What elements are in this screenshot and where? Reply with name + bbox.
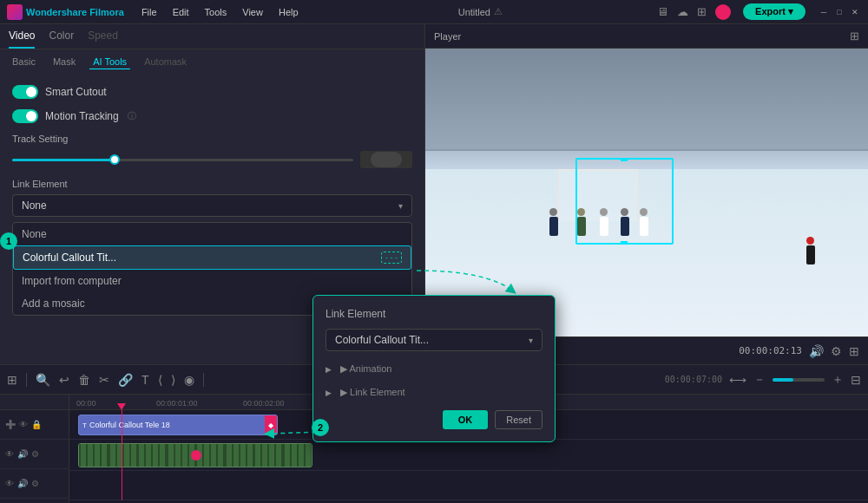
monitor-icon[interactable]: 🖥 <box>657 5 668 18</box>
tab-speed[interactable]: Speed <box>88 29 118 49</box>
link-dialog-section-2-header[interactable]: ▶ ▶ Link Element <box>326 383 542 402</box>
tracking-box <box>575 158 673 245</box>
close-button[interactable]: ✕ <box>849 6 861 18</box>
reset-button[interactable]: Reset <box>495 410 542 429</box>
project-title: Untitled <box>458 7 490 17</box>
player-icons: ⊞ <box>850 29 859 42</box>
sub-tab-basic[interactable]: Basic <box>9 55 39 69</box>
track-icon-lock[interactable]: 🔒 <box>31 420 42 429</box>
fullscreen-icon[interactable]: ⊞ <box>850 29 859 42</box>
track3-icon-eye[interactable]: 👁 <box>5 479 14 488</box>
menu-view[interactable]: View <box>237 5 268 19</box>
clip-end-icon: ◆ <box>268 421 273 429</box>
link-element-label: Link Element <box>12 179 412 189</box>
link-dialog: Link Element Colorful Callout Tit... ▾ ▶… <box>312 295 556 442</box>
frame-2 <box>108 444 138 467</box>
tool-zoom-out-icon[interactable]: － <box>753 372 766 388</box>
frame-3 <box>137 444 167 467</box>
motion-tracking-toggle[interactable] <box>12 109 38 123</box>
track-labels: ➕ 👁 🔒 👁 🔊 ⚙ 👁 🔊 ⚙ <box>0 395 69 503</box>
cloud-icon[interactable]: ☁ <box>677 5 688 18</box>
sub-tab-mask[interactable]: Mask <box>49 55 79 69</box>
user-avatar[interactable] <box>715 4 731 20</box>
track-row-3 <box>69 471 868 500</box>
motion-tracking-info-icon: ⓘ <box>128 110 136 122</box>
track-toggle[interactable] <box>360 151 412 168</box>
track-icon-eye[interactable]: 👁 <box>19 420 28 429</box>
title-area: Untitled ⚠ <box>458 6 503 17</box>
track2-icon-eye[interactable]: 👁 <box>5 449 14 459</box>
section2-label: ▶ Link Element <box>340 387 405 398</box>
track2-icon-mute[interactable]: 🔊 <box>17 449 28 459</box>
tool-sep-1 <box>26 373 27 387</box>
tab-video[interactable]: Video <box>9 29 35 49</box>
dropdown-option-none[interactable]: None <box>13 223 411 245</box>
ok-button[interactable]: OK <box>443 410 489 429</box>
link-dialog-dropdown[interactable]: Colorful Callout Tit... ▾ <box>326 329 542 351</box>
tool-text-icon[interactable]: T <box>141 373 149 387</box>
track2-icon-gear[interactable]: ⚙ <box>31 449 39 459</box>
title-clip[interactable]: T Colorful Callout Tele 18 ◆ <box>78 415 278 435</box>
player-layout-icon[interactable]: ⊞ <box>849 344 859 358</box>
smart-cutout-row: Smart Cutout <box>12 85 412 99</box>
tool-layers-icon[interactable]: ⊟ <box>851 373 861 387</box>
link-dialog-buttons: 2 OK Reset <box>326 410 542 429</box>
step1-badge: 1 <box>0 232 17 250</box>
player-vol-icon[interactable]: 🔊 <box>809 344 824 358</box>
player-time-display: 00:00:02:13 <box>739 345 802 356</box>
ruler-mark-0: 00:00 <box>76 399 96 408</box>
app-container: Wondershare Filmora File Edit Tools View… <box>0 0 868 503</box>
player-settings-icon[interactable]: ⚙ <box>831 344 842 358</box>
zoom-slider[interactable] <box>773 378 825 382</box>
link-element-dropdown[interactable]: None ▾ <box>12 194 412 217</box>
sub-tab-ai-tools[interactable]: AI Tools <box>89 55 130 69</box>
track-toggle-inner[interactable] <box>371 152 402 167</box>
menu-tools[interactable]: Tools <box>200 5 233 19</box>
tool-link-icon[interactable]: 🔗 <box>118 373 133 387</box>
menu-help[interactable]: Help <box>273 5 304 19</box>
tool-prev-icon[interactable]: ⟨ <box>158 373 162 387</box>
tool-fit-icon[interactable]: ⟷ <box>729 373 746 387</box>
clip-title-icon: T <box>82 421 87 429</box>
menu-edit[interactable]: Edit <box>168 5 194 19</box>
track-marker-top <box>621 158 628 161</box>
tool-delete-icon[interactable]: 🗑 <box>78 373 90 387</box>
ruler-mark-1: 00:00:01:00 <box>156 399 198 408</box>
grid-icon[interactable]: ⊞ <box>697 5 707 18</box>
link-dialog-section-1-header[interactable]: ▶ ▶ Animation <box>326 360 542 378</box>
frame-6 <box>225 444 254 467</box>
track-slider-thumb[interactable] <box>109 154 120 165</box>
tool-cut-icon[interactable]: ✂ <box>99 373 109 387</box>
minimize-button[interactable]: ─ <box>818 6 830 18</box>
tool-next-icon[interactable]: ⟩ <box>171 373 175 387</box>
app-logo: Wondershare Filmora <box>7 4 124 20</box>
tool-grid-icon[interactable]: ⊞ <box>7 373 17 387</box>
smart-cutout-toggle[interactable] <box>12 85 38 99</box>
tool-zoom-in-icon[interactable]: ＋ <box>832 372 844 388</box>
player-header: Player ⊞ <box>425 24 868 49</box>
maximize-button[interactable]: □ <box>833 6 845 18</box>
tool-undo-icon[interactable]: ↩ <box>59 373 69 387</box>
dropdown-option-import[interactable]: Import from computer <box>13 270 411 292</box>
ruler-spacer <box>0 395 69 410</box>
track3-icon-gear[interactable]: ⚙ <box>31 479 39 488</box>
export-button[interactable]: Export ▾ <box>743 3 806 20</box>
video-clip[interactable] <box>78 443 312 467</box>
playhead <box>122 410 122 500</box>
menu-file[interactable]: File <box>136 5 162 19</box>
tab-color[interactable]: Color <box>49 29 74 49</box>
track-slider[interactable] <box>12 159 353 161</box>
section1-label: ▶ Animation <box>340 363 391 375</box>
tool-zoom-icon[interactable]: 🔍 <box>36 373 50 387</box>
track3-icon-lock[interactable]: 🔊 <box>17 479 28 488</box>
clip-end-marker: ◆ <box>265 415 277 434</box>
dropdown-option-colorful[interactable]: Colorful Callout Tit... - - - <box>13 245 411 270</box>
position-marker <box>191 450 201 461</box>
frame-1 <box>79 444 108 467</box>
link-dialog-dropdown-arrow: ▾ <box>529 336 533 345</box>
track-icon-add[interactable]: ➕ <box>5 420 16 429</box>
tool-record-icon[interactable]: ◉ <box>184 373 194 387</box>
video-area <box>425 49 868 336</box>
sub-tabs: Basic Mask AI Tools Automask <box>0 49 424 75</box>
link-dialog-title: Link Element <box>326 308 542 320</box>
